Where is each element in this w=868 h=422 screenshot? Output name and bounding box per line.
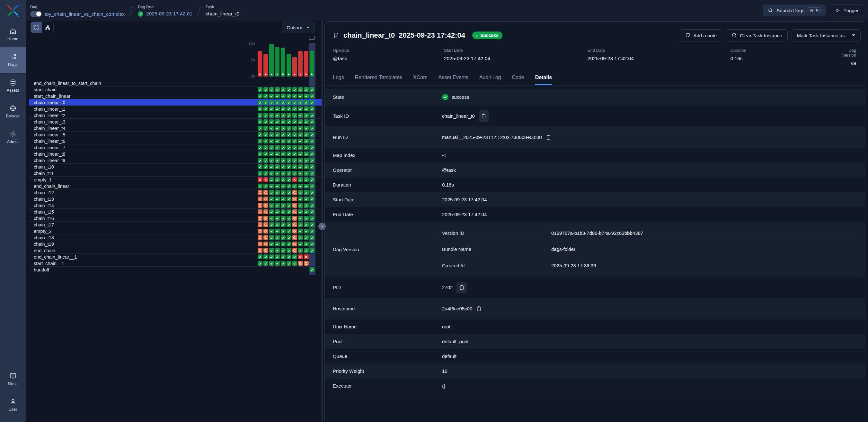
- task-instance-success[interactable]: [298, 126, 303, 131]
- task-instance-success[interactable]: [275, 203, 280, 208]
- task-instance-success[interactable]: [275, 164, 280, 169]
- sidebar-item-admin[interactable]: Admin: [0, 124, 26, 150]
- task-name[interactable]: chain_t10: [34, 164, 257, 170]
- panel-splitter[interactable]: [321, 21, 322, 422]
- task-row[interactable]: handoff: [29, 266, 322, 273]
- task-instance-success[interactable]: [275, 100, 280, 105]
- task-instance-success[interactable]: [275, 184, 280, 189]
- task-instance-success[interactable]: [286, 100, 291, 105]
- run-duration-bar[interactable]: [281, 48, 285, 77]
- task-row[interactable]: chain_t12: [29, 189, 322, 196]
- task-instance-success[interactable]: [292, 87, 297, 92]
- task-instance-success[interactable]: [298, 177, 303, 182]
- task-instance-success[interactable]: [281, 100, 286, 105]
- task-instance-success[interactable]: [286, 113, 291, 118]
- task-instance-success[interactable]: [310, 158, 314, 163]
- task-instance-success[interactable]: [286, 151, 291, 156]
- task-instance-success[interactable]: [275, 93, 280, 99]
- task-instance-success[interactable]: [304, 209, 309, 214]
- task-instance-success[interactable]: [310, 93, 314, 99]
- task-instance-success[interactable]: [269, 235, 274, 240]
- task-instance-success[interactable]: [258, 261, 262, 266]
- run-duration-bar[interactable]: [269, 44, 274, 77]
- task-instance-success[interactable]: [304, 164, 309, 169]
- task-instance-success[interactable]: [258, 164, 262, 169]
- task-instance-success[interactable]: [298, 145, 303, 150]
- task-instance-success[interactable]: [292, 158, 297, 163]
- task-instance-success[interactable]: [304, 87, 309, 92]
- task-instance-success[interactable]: [269, 177, 274, 182]
- task-instance-up_for_retry[interactable]: [258, 229, 262, 233]
- task-instance-success[interactable]: [286, 209, 291, 214]
- task-instance-success[interactable]: [292, 119, 297, 124]
- task-instance-success[interactable]: [310, 119, 314, 124]
- task-instance-success[interactable]: [310, 171, 314, 176]
- task-instance-success[interactable]: [269, 158, 274, 163]
- task-instance-success[interactable]: [281, 216, 286, 221]
- trigger-button[interactable]: Trigger: [830, 4, 864, 16]
- task-row[interactable]: chain_linear_t8: [29, 150, 322, 157]
- run-duration-bar[interactable]: [292, 57, 297, 77]
- task-row[interactable]: start_chain_linear: [29, 93, 322, 99]
- task-instance-success[interactable]: [298, 87, 303, 92]
- task-instance-up_for_retry[interactable]: [292, 235, 297, 240]
- task-row[interactable]: chain_t13: [29, 196, 322, 202]
- task-instance-success[interactable]: [298, 151, 303, 156]
- task-instance-success[interactable]: [310, 87, 314, 92]
- task-name[interactable]: start_chain: [34, 87, 257, 93]
- task-instance-success[interactable]: [258, 113, 262, 118]
- task-instance-up_for_retry[interactable]: [258, 209, 262, 214]
- run-duration-bar[interactable]: [286, 54, 291, 77]
- task-instance-failed[interactable]: [264, 177, 268, 182]
- task-instance-success[interactable]: [275, 216, 280, 221]
- task-instance-success[interactable]: [281, 184, 286, 189]
- task-instance-success[interactable]: [264, 261, 268, 266]
- task-instance-success[interactable]: [281, 139, 286, 143]
- task-instance-success[interactable]: [275, 242, 280, 246]
- task-row[interactable]: chain_t17: [29, 221, 322, 228]
- task-instance-success[interactable]: [269, 171, 274, 176]
- task-instance-success[interactable]: [258, 171, 262, 176]
- task-instance-up_for_retry[interactable]: [264, 203, 268, 208]
- task-name[interactable]: chain_linear_t9: [34, 158, 257, 163]
- task-instance-success[interactable]: [292, 100, 297, 105]
- task-instance-success[interactable]: [269, 113, 274, 118]
- task-instance-success[interactable]: [304, 171, 309, 176]
- task-instance-success[interactable]: [269, 254, 274, 259]
- task-instance-success[interactable]: [292, 113, 297, 118]
- task-instance-success[interactable]: [258, 158, 262, 163]
- task-row[interactable]: chain_t15: [29, 208, 322, 215]
- task-instance-success[interactable]: [275, 113, 280, 118]
- run-duration-bar[interactable]: [275, 47, 279, 77]
- task-instance-success[interactable]: [304, 132, 309, 137]
- task-instance-success[interactable]: [286, 126, 291, 131]
- task-instance-success[interactable]: [264, 139, 268, 143]
- task-instance-success[interactable]: [304, 113, 309, 118]
- task-instance-success[interactable]: [281, 242, 286, 246]
- task-instance-success[interactable]: [292, 164, 297, 169]
- task-instance-success[interactable]: [264, 254, 268, 259]
- task-instance-success[interactable]: [310, 209, 314, 214]
- task-row[interactable]: empty_2: [29, 228, 322, 234]
- task-instance-success[interactable]: [298, 229, 303, 233]
- task-instance-success[interactable]: [286, 203, 291, 208]
- task-row[interactable]: chain_linear_t3: [29, 118, 322, 125]
- task-instance-success[interactable]: [292, 171, 297, 176]
- task-instance-success[interactable]: [286, 107, 291, 111]
- task-instance-success[interactable]: [275, 248, 280, 253]
- task-instance-success[interactable]: [264, 132, 268, 137]
- task-instance-success[interactable]: [298, 184, 303, 189]
- task-name[interactable]: end_chain_linear_to_start_chain: [34, 80, 257, 86]
- task-instance-success[interactable]: [281, 222, 286, 227]
- task-row[interactable]: chain_linear_t2: [29, 112, 322, 118]
- run-duration-bar[interactable]: [264, 54, 268, 77]
- task-name[interactable]: chain_linear_t1: [34, 106, 257, 112]
- task-instance-success[interactable]: [298, 197, 303, 201]
- task-instance-success[interactable]: [310, 235, 314, 240]
- task-instance-success[interactable]: [304, 107, 309, 111]
- task-instance-success[interactable]: [264, 113, 268, 118]
- task-instance-success[interactable]: [275, 145, 280, 150]
- task-instance-success[interactable]: [281, 119, 286, 124]
- task-instance-up_for_retry[interactable]: [264, 229, 268, 233]
- task-instance-success[interactable]: [298, 164, 303, 169]
